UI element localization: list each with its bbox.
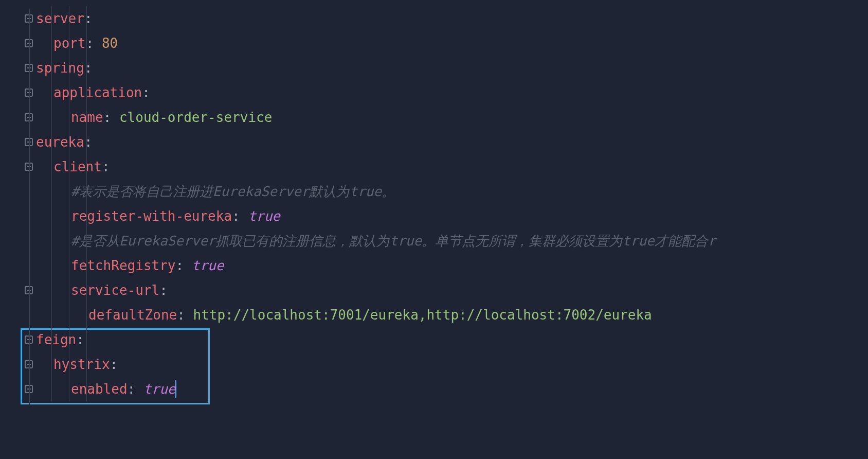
code-line[interactable]: #是否从EurekaServer抓取已有的注册信息，默认为true。单节点无所谓… [36, 228, 868, 253]
token-colon: : [102, 154, 110, 179]
token-colon: : [142, 80, 150, 105]
code-line[interactable]: application: [36, 80, 868, 105]
token-key: feign [36, 327, 76, 352]
token-key: port [53, 31, 86, 56]
token-colon: : [86, 31, 102, 56]
token-key: server [36, 6, 84, 31]
token-key: name [71, 105, 103, 130]
token-str: http://localhost:7001/eureka,http://loca… [193, 303, 652, 327]
code-line[interactable]: spring: [36, 56, 868, 80]
code-line[interactable]: client: [36, 154, 868, 179]
code-line[interactable]: service-url: [36, 278, 868, 303]
code-line[interactable]: eureka: [36, 130, 868, 154]
code-line[interactable]: enabled: true [36, 377, 868, 401]
code-line[interactable]: name: cloud-order-service [36, 105, 868, 130]
code-line[interactable]: register-with-eureka: true [36, 204, 868, 228]
token-colon: : [84, 130, 93, 154]
code-line[interactable]: server: [36, 6, 868, 31]
token-bool-italic: true [192, 253, 224, 278]
code-line[interactable]: defaultZone: http://localhost:7001/eurek… [36, 303, 868, 327]
token-num: 80 [102, 31, 118, 56]
token-colon: : [159, 278, 168, 303]
token-comment: #是否从EurekaServer抓取已有的注册信息，默认为true。单节点无所谓… [71, 228, 716, 253]
token-str: cloud-order-service [119, 105, 272, 130]
token-comment: #表示是否将自己注册进EurekaServer默认为true。 [71, 179, 395, 204]
token-colon: : [84, 6, 93, 31]
code-line[interactable]: hystrix: [36, 352, 868, 377]
text-cursor [175, 380, 176, 398]
code-editor[interactable]: server:port: 80spring:application:name: … [0, 0, 868, 401]
code-line[interactable]: port: 80 [36, 31, 868, 56]
code-line[interactable]: #表示是否将自己注册进EurekaServer默认为true。 [36, 179, 868, 204]
token-colon: : [110, 352, 118, 377]
token-colon: : [176, 253, 192, 278]
token-key: register-with-eureka [71, 204, 232, 228]
token-key: application [53, 80, 142, 105]
token-key: eureka [36, 130, 84, 154]
code-line[interactable]: fetchRegistry: true [36, 253, 868, 278]
code-content[interactable]: server:port: 80spring:application:name: … [0, 6, 868, 401]
token-colon: : [177, 303, 193, 327]
code-line[interactable]: feign: [36, 327, 868, 352]
token-key: spring [36, 56, 84, 80]
token-bool-italic: true [248, 204, 280, 228]
token-colon: : [103, 105, 119, 130]
token-key: client [53, 154, 102, 179]
token-colon: : [84, 56, 93, 80]
token-colon: : [76, 327, 84, 352]
token-colon: : [232, 204, 248, 228]
token-key: hystrix [53, 352, 110, 377]
token-bool-italic: true [143, 377, 176, 401]
token-key: service-url [71, 278, 159, 303]
token-key: defaultZone [88, 303, 177, 327]
token-key: enabled [71, 377, 128, 401]
token-colon: : [128, 377, 143, 401]
